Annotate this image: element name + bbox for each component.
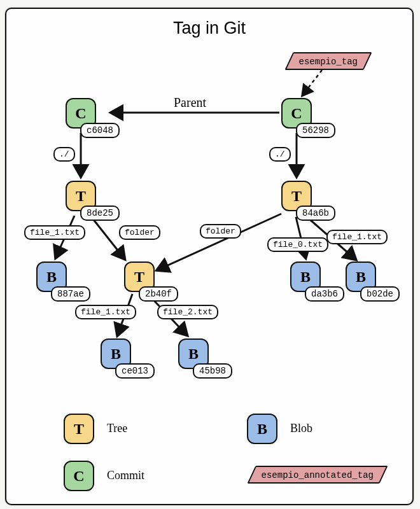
lightweight-tag-label: esempio_tag	[299, 57, 358, 67]
blob-glyph: B	[46, 268, 57, 286]
hash-56298: 56298	[296, 123, 335, 138]
annotated-tag-legend: esempio_annotated_tag	[247, 466, 388, 484]
legend-blob-label: Blob	[290, 422, 312, 435]
hash-b02de: b02de	[360, 286, 400, 302]
diagram-frame: Tag in Git esempio_tag	[5, 8, 414, 505]
edge-file1c: file_1.txt	[75, 305, 136, 319]
legend-blob-node: B	[247, 414, 277, 444]
hash-2b40f: 2b40f	[139, 286, 178, 302]
diagram-title: Tag in Git	[6, 18, 412, 38]
legend-commit-label: Commit	[107, 469, 144, 482]
hash-ce013: ce013	[115, 363, 155, 379]
hash-c6048: c6048	[80, 123, 120, 138]
blob-glyph: B	[111, 345, 121, 363]
tree-glyph: T	[76, 188, 86, 205]
edge-file0: file_0.txt	[267, 237, 328, 252]
edge-folder-a: folder	[119, 225, 160, 240]
annotated-tag-label: esempio_annotated_tag	[262, 470, 374, 480]
hash-da3b6: da3b6	[305, 286, 344, 302]
hash-45b98: 45b98	[193, 363, 232, 379]
edge-root1: ./	[53, 147, 75, 162]
hash-84a6b: 84a6b	[296, 206, 335, 221]
svg-line-6	[158, 214, 281, 270]
commit-glyph: C	[75, 105, 86, 122]
edge-root2: ./	[269, 147, 291, 162]
lightweight-tag: esempio_tag	[284, 52, 372, 70]
svg-line-5	[90, 216, 124, 258]
edge-folder-b: folder	[200, 224, 241, 239]
blob-glyph: B	[188, 345, 199, 363]
legend-commit-glyph: C	[73, 468, 84, 485]
edge-file1a: file_1.txt	[24, 225, 85, 240]
parent-edge-label: Parent	[174, 95, 206, 110]
commit-glyph: C	[291, 105, 302, 122]
blob-glyph: B	[356, 268, 366, 286]
legend-commit-node: C	[64, 461, 94, 491]
svg-line-0	[303, 70, 322, 95]
legend-tree-label: Tree	[107, 422, 127, 435]
hash-887ae: 887ae	[51, 286, 90, 302]
legend-tree-glyph: T	[74, 421, 84, 438]
tree-glyph: T	[134, 268, 144, 286]
hash-8de25: 8de25	[80, 206, 120, 221]
blob-glyph: B	[300, 268, 311, 286]
edge-file2: file_2.txt	[157, 305, 218, 319]
tree-glyph: T	[291, 188, 302, 205]
edge-file1b: file_1.txt	[326, 230, 388, 244]
legend-tree-node: T	[64, 414, 94, 444]
legend-blob-glyph: B	[257, 421, 267, 438]
